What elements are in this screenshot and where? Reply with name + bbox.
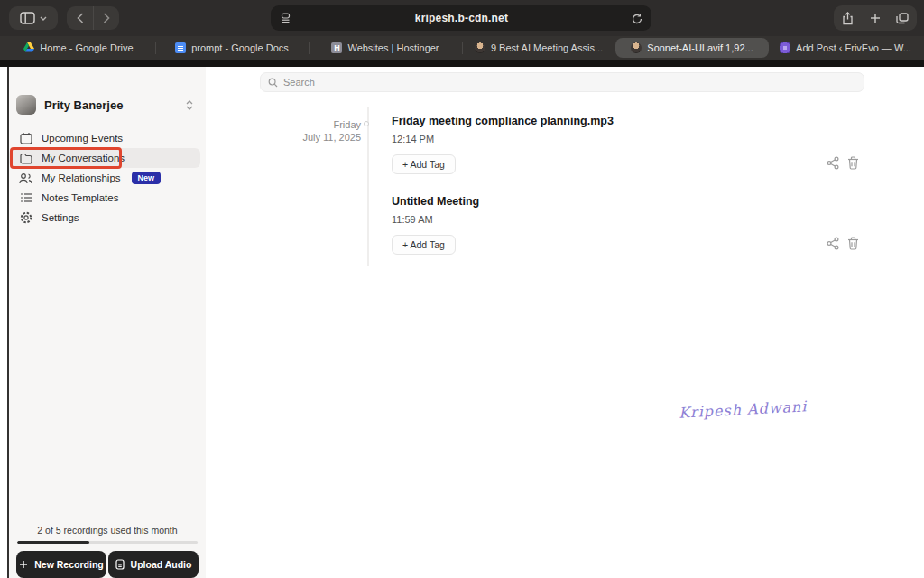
- recording-time: 11:59 AM: [392, 214, 479, 225]
- google-drive-icon: [23, 42, 34, 53]
- new-badge: New: [132, 172, 162, 184]
- browser-toolbar: kripesh.b-cdn.net: [0, 0, 924, 36]
- chrome-bottom-edge: [0, 60, 924, 67]
- sidebar-item-my-conversations[interactable]: My Conversations: [9, 148, 200, 168]
- add-tag-button[interactable]: + Add Tag: [392, 235, 456, 255]
- calendar-icon: [19, 132, 32, 144]
- sidebar-nav: Upcoming Events My Conversations: [9, 128, 206, 228]
- recording-item[interactable]: Friday meeting compliance planning.mp3 1…: [392, 115, 614, 174]
- recording-title: Untitled Meeting: [392, 195, 479, 208]
- recording-actions: [827, 156, 859, 170]
- recording-title: Friday meeting compliance planning.mp3: [392, 115, 614, 127]
- watermark-signature: Kripesh Adwani: [679, 397, 808, 421]
- tab-sonnet-ai-ui-active[interactable]: Sonnet-AI-UI.avif 1,92...: [615, 38, 769, 58]
- sidebar-item-label: Settings: [42, 212, 79, 223]
- share-icon[interactable]: [842, 12, 854, 25]
- upload-audio-label: Upload Audio: [131, 559, 192, 570]
- folder-icon: [19, 153, 32, 164]
- usage-text: 2 of 5 recordings used this month: [9, 525, 206, 536]
- sidebar-item-label: Upcoming Events: [42, 133, 123, 144]
- share-node-icon[interactable]: [827, 237, 839, 250]
- list-icon: [19, 192, 32, 203]
- trash-icon[interactable]: [847, 237, 859, 250]
- tab-label: prompt - Google Docs: [191, 42, 289, 53]
- usage-progress-fill: [17, 541, 89, 544]
- search-input[interactable]: [283, 77, 856, 88]
- tab-label: Home - Google Drive: [40, 42, 133, 53]
- tab-label: Sonnet-AI-UI.avif 1,92...: [647, 42, 753, 53]
- new-recording-label: New Recording: [34, 559, 103, 570]
- tab-google-drive[interactable]: Home - Google Drive: [2, 38, 155, 58]
- chevron-down-icon: [40, 16, 47, 21]
- recording-actions: [827, 237, 859, 250]
- sidebar-item-my-relationships[interactable]: My Relationships New: [9, 168, 200, 188]
- forward-button[interactable]: [93, 6, 118, 30]
- avatar-favicon: [475, 42, 485, 53]
- people-icon: [19, 172, 32, 184]
- sidebar-item-upcoming-events[interactable]: Upcoming Events: [9, 128, 200, 148]
- tab-label: Add Post ‹ FrivEvo — W...: [796, 42, 911, 53]
- app-sidebar: Prity Banerjee Upcoming Events: [9, 67, 206, 578]
- upload-audio-button[interactable]: Upload Audio: [108, 551, 199, 578]
- app-main: Friday July 11, 2025 Friday meeting comp…: [206, 67, 924, 578]
- sidebar-item-label: My Relationships: [42, 172, 121, 183]
- browser-chrome: kripesh.b-cdn.net: [0, 0, 924, 67]
- tab-label: 9 Best AI Meeting Assis...: [491, 42, 603, 53]
- date-full: July 11, 2025: [206, 131, 361, 144]
- sidebar-item-label: Notes Templates: [42, 192, 118, 203]
- url-text: kripesh.b-cdn.net: [291, 12, 632, 24]
- avatar-favicon: [631, 42, 642, 53]
- usage-progress-track: [17, 541, 198, 544]
- history-nav: [67, 6, 119, 30]
- sidebar-item-label: My Conversations: [42, 153, 125, 163]
- trash-icon[interactable]: [847, 156, 859, 170]
- sidebar-item-settings[interactable]: Settings: [9, 208, 200, 228]
- search-bar[interactable]: [260, 72, 864, 92]
- new-tab-icon[interactable]: [870, 13, 881, 23]
- share-node-icon[interactable]: [827, 156, 839, 170]
- gear-icon: [19, 211, 32, 224]
- tab-label: Websites | Hostinger: [347, 42, 439, 53]
- hostinger-icon: H: [331, 42, 342, 53]
- sidebar-item-notes-templates[interactable]: Notes Templates: [9, 188, 200, 208]
- address-bar[interactable]: kripesh.b-cdn.net: [271, 5, 651, 31]
- date-group: Friday July 11, 2025: [206, 118, 361, 144]
- user-name: Prity Banerjee: [44, 98, 178, 112]
- sidebar-toggle-icon: [20, 12, 35, 24]
- page-content: Prity Banerjee Upcoming Events: [0, 67, 924, 578]
- frivevo-icon: [780, 42, 790, 53]
- file-upload-icon: [116, 559, 125, 570]
- avatar: [16, 95, 36, 115]
- recording-item[interactable]: Untitled Meeting 11:59 AM + Add Tag: [392, 195, 479, 255]
- date-weekday: Friday: [206, 118, 361, 131]
- tab-frivevo[interactable]: Add Post ‹ FrivEvo — W...: [769, 38, 922, 58]
- page-settings-icon[interactable]: [280, 13, 291, 23]
- recording-time: 12:14 PM: [392, 134, 614, 144]
- tab-ai-meeting-article[interactable]: 9 Best AI Meeting Assis...: [462, 38, 615, 58]
- tab-bar: Home - Google Drive prompt - Google Docs…: [0, 36, 924, 60]
- tab-hostinger[interactable]: H Websites | Hostinger: [309, 38, 462, 58]
- profile-switcher[interactable]: Prity Banerjee: [16, 94, 200, 116]
- chevron-up-down-icon: [186, 100, 193, 110]
- timeline-dot: [364, 121, 369, 126]
- new-recording-button[interactable]: New Recording: [16, 551, 106, 578]
- sidebar-toggle-button[interactable]: [9, 6, 58, 30]
- timeline-line: [367, 107, 369, 266]
- toolbar-right-group: [834, 5, 917, 31]
- tab-google-docs[interactable]: prompt - Google Docs: [155, 38, 309, 58]
- add-tag-button[interactable]: + Add Tag: [392, 154, 456, 174]
- sidebar-action-buttons: New Recording Upload Audio: [16, 551, 199, 578]
- back-button[interactable]: [68, 6, 93, 30]
- google-docs-icon: [175, 42, 186, 53]
- tab-overview-icon[interactable]: [896, 13, 909, 24]
- plus-icon: [19, 560, 28, 569]
- search-icon: [268, 78, 278, 88]
- reload-icon[interactable]: [632, 13, 642, 24]
